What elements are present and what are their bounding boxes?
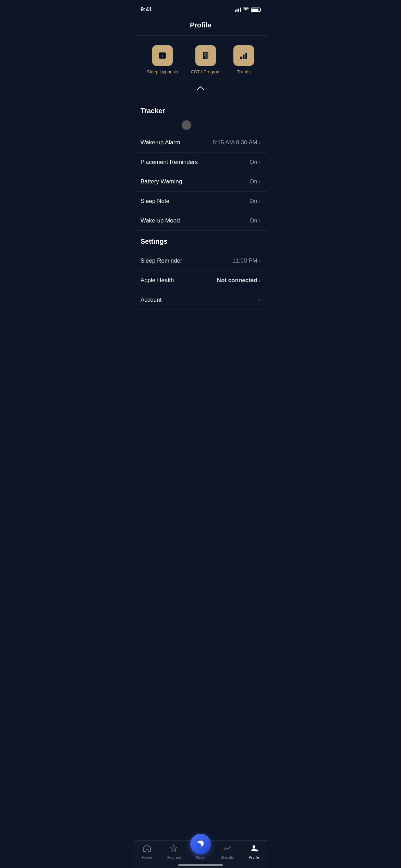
battery-warning-item[interactable]: Battery Warning On › [134, 172, 267, 191]
apple-health-chevron: › [259, 277, 260, 284]
settings-items-list: Sleep Reminder 11:00 PM › Apple Health N… [134, 251, 267, 310]
battery-warning-label: Battery Warning [141, 178, 182, 185]
wake-up-mood-chevron: › [259, 218, 260, 224]
wake-up-alarm-item[interactable]: Wake-up Alarm 8:15 AM-8:30 AM › [134, 133, 267, 152]
sleep-note-item[interactable]: Sleep Note On › [134, 191, 267, 211]
wake-up-alarm-label: Wake-up Alarm [141, 139, 180, 146]
svg-rect-10 [240, 57, 242, 59]
wake-up-mood-item[interactable]: Wake-up Mood On › [134, 211, 267, 231]
status-bar: 9:41 [134, 0, 267, 17]
collapse-button[interactable] [134, 81, 267, 100]
placement-reminders-label: Placement Reminders [141, 159, 198, 166]
trends-icon [233, 45, 254, 66]
placement-reminders-chevron: › [259, 159, 260, 165]
cbt-program-icon [195, 45, 216, 66]
settings-section-title: Settings [134, 231, 267, 251]
sleep-reminder-chevron: › [259, 258, 260, 264]
sleep-reminder-value: 11:00 PM › [232, 257, 260, 264]
signal-icon [235, 8, 241, 12]
account-chevron: › [259, 297, 260, 303]
svg-rect-6 [205, 52, 208, 59]
feature-cbt-program[interactable]: CBT-I Program [191, 45, 221, 74]
sleep-reminder-item[interactable]: Sleep Reminder 11:00 PM › [134, 251, 267, 270]
wifi-icon [243, 7, 249, 12]
svg-rect-7 [204, 53, 206, 54]
tracker-items-list: Wake-up Alarm 8:15 AM-8:30 AM › Placemen… [134, 133, 267, 231]
status-icons [235, 7, 260, 12]
sleep-note-value: On › [250, 198, 260, 205]
account-value: › [259, 297, 260, 303]
apple-health-label: Apple Health [141, 277, 174, 284]
apple-health-item[interactable]: Apple Health Not connected › [134, 270, 267, 290]
sleep-hypnosis-label: Sleep Hypnosis [147, 69, 178, 74]
svg-rect-8 [204, 55, 205, 56]
feature-trends[interactable]: Trends [233, 45, 254, 74]
feature-sleep-hypnosis[interactable]: ♪ Sleep Hypnosis [147, 45, 178, 74]
sleep-note-chevron: › [259, 198, 260, 204]
tracker-toggle[interactable] [182, 120, 191, 130]
wake-up-mood-value: On › [250, 217, 260, 224]
feature-icons-row: ♪ Sleep Hypnosis CBT-I Program [134, 36, 267, 81]
apple-health-value: Not connected › [217, 277, 260, 284]
battery-warning-value: On › [250, 178, 260, 185]
page-title: Profile [134, 17, 267, 36]
svg-text:♪: ♪ [161, 53, 163, 58]
placement-reminders-item[interactable]: Placement Reminders On › [134, 152, 267, 172]
svg-rect-11 [243, 55, 245, 59]
account-label: Account [141, 297, 161, 303]
sleep-note-label: Sleep Note [141, 198, 169, 205]
trends-label: Trends [237, 69, 251, 74]
placement-reminders-value: On › [250, 159, 260, 166]
sleep-hypnosis-icon: ♪ [152, 45, 173, 66]
account-item[interactable]: Account › [134, 290, 267, 310]
svg-rect-12 [245, 53, 247, 59]
cbt-program-label: CBT-I Program [191, 69, 221, 74]
tracker-section-title: Tracker [134, 100, 267, 120]
sleep-reminder-label: Sleep Reminder [141, 257, 182, 264]
wake-up-mood-label: Wake-up Mood [141, 217, 180, 224]
wake-up-alarm-chevron: › [259, 140, 260, 146]
battery-icon [251, 8, 260, 12]
status-time: 9:41 [141, 6, 152, 13]
wake-up-alarm-value: 8:15 AM-8:30 AM › [212, 139, 260, 146]
battery-warning-chevron: › [259, 179, 260, 185]
